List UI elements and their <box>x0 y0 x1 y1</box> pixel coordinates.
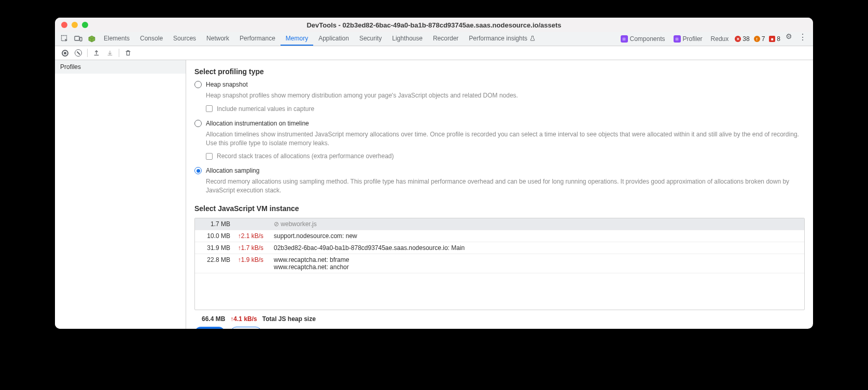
settings-icon[interactable]: ⚙ <box>782 32 795 46</box>
tab-lighthouse[interactable]: Lighthouse <box>387 32 428 46</box>
issues-counter[interactable]: ■ 8 <box>767 32 782 46</box>
main-tabbar: Elements Console Sources Network Perform… <box>55 32 813 46</box>
warning-count: 7 <box>762 35 765 43</box>
titlebar: DevTools - 02b3ed82-6bac-49a0-ba1b-878cd… <box>55 18 813 32</box>
issues-count: 8 <box>777 35 780 43</box>
option-label: Allocation instrumentation on timeline <box>206 120 309 127</box>
vm-row[interactable]: 1.7 MB ⊘ webworker.js <box>195 218 804 230</box>
svg-rect-2 <box>80 37 82 41</box>
ext-tab-components[interactable]: ⚛ Components <box>617 32 669 46</box>
warning-counter[interactable]: ! 7 <box>752 32 767 46</box>
tab-performance[interactable]: Performance <box>234 32 281 46</box>
error-count: 38 <box>743 35 749 43</box>
record-button[interactable] <box>58 46 72 60</box>
option-checkbox-row[interactable]: Include numerical values in capture <box>206 105 805 113</box>
vm-name: 02b3ed82-6bac-49a0-ba1b-878cd93745ae.saa… <box>267 244 800 252</box>
react-ext-icon: ⚛ <box>621 35 628 43</box>
option-description: Heap snapshot profiles show memory distr… <box>206 91 805 100</box>
vm-size: 1.7 MB <box>199 220 230 228</box>
tab-recorder[interactable]: Recorder <box>428 32 464 46</box>
load-button[interactable]: Load <box>230 327 262 329</box>
error-badge-icon: ✕ <box>735 36 741 42</box>
total-label: Total JS heap size <box>262 315 316 323</box>
tab-console[interactable]: Console <box>135 32 168 46</box>
start-button[interactable]: Start <box>194 327 225 329</box>
tab-sources[interactable]: Sources <box>168 32 201 46</box>
issues-badge-icon: ■ <box>769 36 775 42</box>
ext-tab-profiler[interactable]: ⚛ Profiler <box>669 32 707 46</box>
checkbox-icon[interactable] <box>206 153 213 160</box>
devtools-window: DevTools - 02b3ed82-6bac-49a0-ba1b-878cd… <box>55 18 813 329</box>
vm-empty-space <box>195 273 804 310</box>
separator <box>119 49 119 57</box>
radio-icon[interactable] <box>194 81 202 88</box>
clear-button[interactable] <box>72 46 85 60</box>
vm-name: support.nodesource.com: new <box>267 232 800 240</box>
warning-badge-icon: ! <box>754 36 760 42</box>
checkbox-icon[interactable] <box>206 105 213 112</box>
download-icon[interactable] <box>103 46 117 60</box>
radio-icon[interactable] <box>194 120 202 127</box>
zoom-window-icon[interactable] <box>82 22 88 28</box>
device-toolbar-icon[interactable] <box>72 32 85 46</box>
vm-name: ⊘ webworker.js <box>267 220 800 228</box>
option-head[interactable]: Heap snapshot <box>194 81 805 88</box>
memory-toolbar <box>55 46 813 60</box>
ext-tab-redux[interactable]: Redux <box>707 32 733 46</box>
ext-tab-label: Components <box>630 35 665 43</box>
minimize-window-icon[interactable] <box>72 22 78 28</box>
vm-instance-table: 1.7 MB ⊘ webworker.js 10.0 MB ↑2.1 kB/s … <box>194 218 805 310</box>
vm-rate: ↑1.9 kB/s <box>230 256 267 263</box>
upload-icon[interactable] <box>90 46 103 60</box>
option-label: Heap snapshot <box>206 81 248 88</box>
checkbox-label: Record stack traces of allocations (extr… <box>217 152 394 160</box>
vm-rate: ↑1.7 kB/s <box>230 244 267 252</box>
vm-size: 10.0 MB <box>199 232 230 240</box>
collect-garbage-icon[interactable] <box>121 46 135 60</box>
tab-security[interactable]: Security <box>354 32 387 46</box>
tab-elements[interactable]: Elements <box>99 32 135 46</box>
vm-row[interactable]: 22.8 MB ↑1.9 kB/s www.recaptcha.net: bfr… <box>195 254 804 273</box>
option-label: Allocation sampling <box>206 167 259 174</box>
vm-size: 22.8 MB <box>199 256 230 263</box>
vm-size: 31.9 MB <box>199 244 230 252</box>
vm-rate: ↑2.1 kB/s <box>230 232 267 240</box>
flask-icon <box>529 35 536 41</box>
ext-tab-label: Redux <box>711 35 729 43</box>
inspect-element-icon[interactable] <box>58 32 72 46</box>
section-profiling-type: Select profiling type <box>194 67 805 76</box>
error-counter[interactable]: ✕ 38 <box>733 32 751 46</box>
ext-tab-label: Profiler <box>683 35 703 43</box>
tab-performance-insights[interactable]: Performance insights <box>464 32 541 46</box>
option-description: Allocation timelines show instrumented J… <box>206 130 805 148</box>
total-rate: ↑4.1 kB/s <box>230 315 257 323</box>
total-size: 66.4 MB <box>202 315 225 323</box>
profiles-sidebar: Profiles <box>55 60 186 329</box>
more-icon[interactable]: ⋮ <box>795 32 810 46</box>
sidebar-item-profiles[interactable]: Profiles <box>55 60 186 74</box>
vm-row[interactable]: 31.9 MB ↑1.7 kB/s 02b3ed82-6bac-49a0-ba1… <box>195 242 804 254</box>
separator <box>87 49 88 57</box>
panel-tabs: Elements Console Sources Network Perform… <box>99 32 541 46</box>
close-window-icon[interactable] <box>61 22 67 28</box>
main-panel: Select profiling type Heap snapshot Heap… <box>186 60 813 329</box>
react-ext-icon: ⚛ <box>674 35 681 43</box>
tab-memory[interactable]: Memory <box>281 32 313 46</box>
action-buttons: Start Load <box>194 327 805 329</box>
cube-icon[interactable] <box>85 32 99 46</box>
option-head[interactable]: Allocation sampling <box>194 167 805 174</box>
tab-network[interactable]: Network <box>201 32 234 46</box>
radio-icon[interactable] <box>194 167 202 174</box>
option-checkbox-row[interactable]: Record stack traces of allocations (extr… <box>206 152 805 160</box>
vm-name: www.recaptcha.net: bframe www.recaptcha.… <box>267 256 800 271</box>
traffic-lights <box>61 22 88 28</box>
window-title: DevTools - 02b3ed82-6bac-49a0-ba1b-878cd… <box>55 21 813 29</box>
content-area: Profiles Select profiling type Heap snap… <box>55 60 813 329</box>
option-allocation-timeline: Allocation instrumentation on timeline A… <box>194 120 805 160</box>
tab-application[interactable]: Application <box>313 32 354 46</box>
vm-row[interactable]: 10.0 MB ↑2.1 kB/s support.nodesource.com… <box>195 230 804 242</box>
svg-rect-1 <box>75 36 79 40</box>
option-head[interactable]: Allocation instrumentation on timeline <box>194 120 805 127</box>
tab-label: Performance insights <box>469 35 527 42</box>
heap-totals: 66.4 MB ↑4.1 kB/s Total JS heap size <box>194 310 805 327</box>
